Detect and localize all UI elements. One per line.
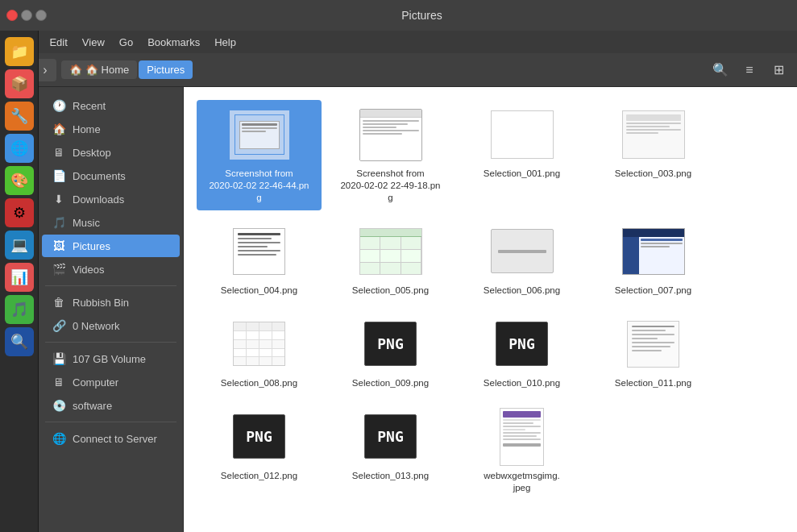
software-icon: 💿 [52,399,66,412]
sidebar-item-label: Videos [73,264,105,276]
file-thumbnail [227,223,292,280]
sidebar-item-software[interactable]: 💿 software [42,394,180,417]
sidebar-divider-2 [45,342,176,343]
sidebar-item-computer[interactable]: 🖥 Computer [42,371,180,393]
menu-bar: Files Edit View Go Bookmarks Help [0,31,797,53]
file-name: Selection_007.png [615,285,691,297]
breadcrumb: 🏠 🏠 Home Pictures [61,60,193,79]
recent-icon: 🕐 [52,99,66,112]
pictures-breadcrumb[interactable]: Pictures [139,60,193,79]
file-name: Selection_004.png [221,285,297,297]
sidebar-item-label: Recent [73,100,106,112]
sidebar-item-label: Home [73,123,101,135]
close-button[interactable] [6,10,18,21]
connect-icon: 🌐 [52,432,66,445]
dock-item-app2[interactable]: 🔧 [5,102,34,131]
file-thumbnail [621,106,686,163]
file-thumbnail: PNG [359,409,423,465]
sidebar-divider-3 [45,422,176,422]
file-item[interactable]: Selection_011.png [591,310,716,396]
dock-item-code[interactable]: 💻 [5,231,34,260]
menu-help[interactable]: Help [208,35,243,50]
file-item[interactable]: Selection_007.png [591,217,716,303]
file-item[interactable]: Screenshot from2020-02-02 22-46-44.png [197,100,322,210]
toolbar: ‹ › 🏠 🏠 Home Pictures 🔍 ≡ ⊞ [0,53,797,87]
sidebar-item-label: Music [73,217,100,229]
dock-item-app5[interactable]: 📊 [5,263,34,292]
file-thumbnail: PNG [490,316,554,372]
file-thumbnail [490,106,554,163]
sidebar-item-downloads[interactable]: ⬇ Downloads [42,188,180,210]
home-icon: 🏠 [69,64,82,76]
file-name: Selection_001.png [484,168,560,180]
maximize-button[interactable] [35,10,47,21]
sidebar-item-home[interactable]: 🏠 Home [42,118,180,140]
sidebar-item-rubbish[interactable]: 🗑 Rubbish Bin [42,291,180,314]
sidebar-item-label: Rubbish Bin [73,297,129,309]
file-name: webwxgetmsgimg.jpeg [484,470,560,494]
file-item[interactable]: PNG Selection_010.png [459,310,584,396]
file-item[interactable]: Screenshot from2020-02-02 22-49-18.png [328,100,453,210]
sidebar-item-label: Connect to Server [73,433,157,445]
sidebar-item-label: software [73,400,112,412]
rubbish-icon: 🗑 [52,296,66,309]
documents-icon: 📄 [52,169,66,182]
dock-item-files[interactable]: 📁 [5,37,34,66]
file-item[interactable]: PNG Selection_009.png [328,310,453,396]
sidebar-item-label: Pictures [73,240,110,252]
png-thumbnail: PNG [364,414,417,459]
file-item[interactable]: PNG Selection_012.png [197,402,322,501]
png-thumbnail: PNG [496,322,548,366]
file-item[interactable]: webwxgetmsgimg.jpeg [459,402,584,501]
dock-item-app1[interactable]: 📦 [5,69,34,98]
file-item[interactable]: PNG Selection_013.png [328,402,453,501]
dock-item-app7[interactable]: 🔍 [5,327,34,356]
sidebar-item-recent[interactable]: 🕐 Recent [42,94,180,117]
file-item[interactable]: Selection_008.png [197,310,322,396]
list-view-icon: ≡ [745,63,753,77]
png-thumbnail: PNG [364,322,417,366]
sidebar-item-videos[interactable]: 🎬 Videos [42,258,180,281]
search-icon: 🔍 [712,62,729,77]
sidebar-item-pictures[interactable]: 🖼 Pictures [42,235,180,257]
home-breadcrumb[interactable]: 🏠 🏠 Home [61,60,137,79]
file-item[interactable]: Selection_006.png [459,217,584,303]
dock-item-browser[interactable]: 🌐 [5,134,34,163]
file-item[interactable]: Selection_003.png [591,100,716,210]
grid-view-button[interactable]: ⊞ [766,58,791,82]
file-name: Selection_013.png [352,470,429,482]
minimize-button[interactable] [21,10,32,21]
sidebar-item-network[interactable]: 🔗 0 Network [42,314,180,337]
sidebar-item-label: Desktop [73,147,111,159]
file-grid-inner: Screenshot from2020-02-02 22-46-44.png [197,100,784,501]
file-item[interactable]: Selection_001.png [459,100,584,210]
sidebar-divider-1 [45,285,176,286]
file-thumbnail [490,409,554,465]
sidebar-item-volume[interactable]: 💾 107 GB Volume [42,347,180,370]
dock-item-app3[interactable]: 🎨 [5,166,34,195]
main-area: 🕐 Recent 🏠 Home 🖥 Desktop 📄 Documents ⬇ … [39,87,797,532]
file-item[interactable]: Selection_005.png [328,217,453,303]
volume-icon: 💾 [52,352,66,365]
dock-item-app4[interactable]: ⚙ [5,198,34,227]
file-name: Selection_011.png [615,377,691,389]
png-thumbnail: PNG [233,414,285,459]
dock-item-app6[interactable]: 🎵 [5,295,34,324]
sidebar-item-music[interactable]: 🎵 Music [42,211,180,234]
file-thumbnail [490,223,554,280]
sidebar-item-label: 107 GB Volume [73,353,146,365]
menu-edit[interactable]: Edit [43,35,73,50]
file-thumbnail [227,316,292,372]
menu-view[interactable]: View [76,35,111,50]
sidebar-item-desktop[interactable]: 🖥 Desktop [42,141,180,164]
menu-bookmarks[interactable]: Bookmarks [141,35,206,50]
file-item[interactable]: Selection_004.png [197,217,322,303]
sidebar-item-connect[interactable]: 🌐 Connect to Server [42,427,180,450]
downloads-icon: ⬇ [52,193,66,206]
sidebar-item-label: Computer [73,376,118,389]
list-view-button[interactable]: ≡ [737,58,762,82]
menu-go[interactable]: Go [113,35,139,50]
sidebar-item-documents[interactable]: 📄 Documents [42,164,180,187]
file-name: Screenshot from2020-02-02 22-49-18.png [338,168,443,204]
search-button[interactable]: 🔍 [708,58,733,82]
